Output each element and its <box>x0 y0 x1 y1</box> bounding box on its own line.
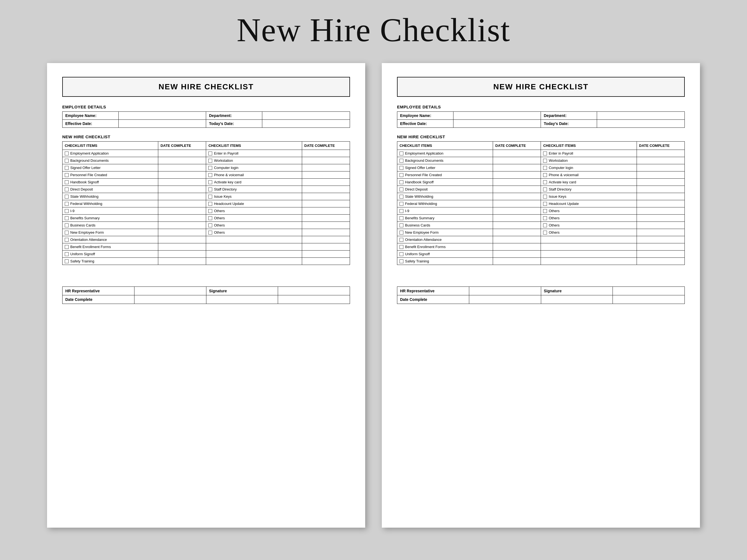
checkbox-left[interactable] <box>400 216 403 220</box>
checkbox-left[interactable] <box>400 245 403 249</box>
date-complete-left[interactable] <box>158 200 206 207</box>
checkbox-right[interactable] <box>208 152 212 155</box>
date-complete-left[interactable] <box>493 150 541 157</box>
date-complete-left[interactable] <box>158 186 206 193</box>
checkbox-right[interactable] <box>543 209 547 213</box>
dept-value-2[interactable] <box>597 112 685 120</box>
checkbox-left[interactable] <box>400 259 403 263</box>
date-complete-right[interactable] <box>302 222 350 229</box>
checkbox-left[interactable] <box>65 238 69 242</box>
checkbox-right[interactable] <box>208 173 212 177</box>
checkbox-left[interactable] <box>400 202 403 206</box>
date-complete-left[interactable] <box>493 171 541 179</box>
date-complete-right[interactable] <box>637 186 685 193</box>
checkbox-left[interactable] <box>65 195 69 198</box>
eff-date-value-2[interactable] <box>453 120 541 128</box>
checkbox-right[interactable] <box>208 216 212 220</box>
date-complete-right[interactable] <box>637 164 685 171</box>
date-complete-left[interactable] <box>158 207 206 215</box>
date-complete-left[interactable] <box>158 243 206 250</box>
signature-value-2[interactable] <box>613 287 685 295</box>
date-complete-right[interactable] <box>302 179 350 186</box>
date-complete-left[interactable] <box>493 222 541 229</box>
date-complete-right[interactable] <box>637 171 685 179</box>
date-complete-left[interactable] <box>493 200 541 207</box>
date-complete-left[interactable] <box>493 243 541 250</box>
checkbox-left[interactable] <box>65 180 69 184</box>
checkbox-right[interactable] <box>543 202 547 206</box>
checkbox-left[interactable] <box>65 259 69 263</box>
checkbox-right[interactable] <box>208 166 212 170</box>
date-complete-left[interactable] <box>493 179 541 186</box>
date-complete-right[interactable] <box>302 243 350 250</box>
checkbox-right[interactable] <box>543 152 547 155</box>
signature-value-1[interactable] <box>278 287 350 295</box>
date-complete-right[interactable] <box>637 222 685 229</box>
checkbox-left[interactable] <box>65 159 69 163</box>
date-complete-right[interactable] <box>637 150 685 157</box>
date-complete-value-2[interactable] <box>469 295 541 304</box>
date-complete-right[interactable] <box>637 193 685 200</box>
date-complete-right[interactable] <box>302 150 350 157</box>
date-complete-left[interactable] <box>158 164 206 171</box>
date-complete-left[interactable] <box>158 236 206 243</box>
date-complete-right[interactable] <box>302 258 350 265</box>
checkbox-left[interactable] <box>400 159 403 163</box>
checkbox-right[interactable] <box>208 202 212 206</box>
checkbox-left[interactable] <box>65 216 69 220</box>
date-complete-left[interactable] <box>493 186 541 193</box>
date-complete-right[interactable] <box>637 236 685 243</box>
date-complete-right[interactable] <box>637 200 685 207</box>
date-complete-right[interactable] <box>637 157 685 164</box>
date-complete-right[interactable] <box>302 207 350 215</box>
date-complete-right[interactable] <box>637 179 685 186</box>
checkbox-right[interactable] <box>543 159 547 163</box>
date-complete-left[interactable] <box>493 215 541 222</box>
checkbox-right[interactable] <box>208 223 212 227</box>
eff-date-value[interactable] <box>119 120 206 128</box>
date-complete-right[interactable] <box>302 164 350 171</box>
date-complete-right[interactable] <box>302 186 350 193</box>
dept-value[interactable] <box>262 112 350 120</box>
checkbox-right[interactable] <box>543 216 547 220</box>
date-complete-left[interactable] <box>493 236 541 243</box>
date-complete-right[interactable] <box>637 250 685 258</box>
checkbox-left[interactable] <box>400 209 403 213</box>
date-complete-left[interactable] <box>158 179 206 186</box>
date-complete-right[interactable] <box>302 157 350 164</box>
checkbox-left[interactable] <box>65 187 69 191</box>
date-complete-left[interactable] <box>493 207 541 215</box>
date-complete-left[interactable] <box>158 250 206 258</box>
date-complete-right[interactable] <box>637 243 685 250</box>
date-complete-right[interactable] <box>637 229 685 236</box>
checkbox-right[interactable] <box>543 223 547 227</box>
checkbox-left[interactable] <box>65 231 69 235</box>
checkbox-right[interactable] <box>543 195 547 198</box>
today-date-value[interactable] <box>262 120 350 128</box>
date-complete-right[interactable] <box>302 215 350 222</box>
date-complete-left[interactable] <box>158 150 206 157</box>
checkbox-left[interactable] <box>400 187 403 191</box>
date-complete-left[interactable] <box>493 258 541 265</box>
checkbox-right[interactable] <box>208 180 212 184</box>
date-complete-left[interactable] <box>493 250 541 258</box>
checkbox-left[interactable] <box>65 209 69 213</box>
emp-name-value[interactable] <box>119 112 206 120</box>
date-complete-right[interactable] <box>302 236 350 243</box>
checkbox-left[interactable] <box>400 231 403 235</box>
checkbox-left[interactable] <box>65 202 69 206</box>
checkbox-right[interactable] <box>208 209 212 213</box>
date-complete-left[interactable] <box>158 157 206 164</box>
checkbox-right[interactable] <box>208 231 212 235</box>
checkbox-right[interactable] <box>543 173 547 177</box>
checkbox-left[interactable] <box>65 245 69 249</box>
checkbox-left[interactable] <box>65 223 69 227</box>
checkbox-left[interactable] <box>65 166 69 170</box>
hr-rep-value-2[interactable] <box>469 287 541 295</box>
checkbox-left[interactable] <box>400 180 403 184</box>
date-complete-left[interactable] <box>158 258 206 265</box>
checkbox-right[interactable] <box>543 231 547 235</box>
checkbox-right[interactable] <box>543 180 547 184</box>
hr-rep-value-1[interactable] <box>134 287 206 295</box>
date-complete-value-1[interactable] <box>134 295 206 304</box>
